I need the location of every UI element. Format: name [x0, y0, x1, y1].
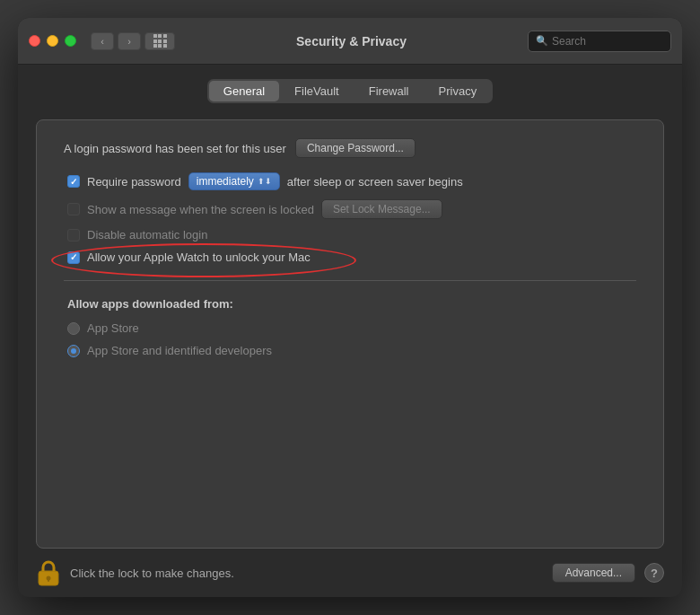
nav-buttons: ‹ › [91, 32, 141, 50]
main-window: ‹ › Security & Privacy 🔍 General FileVau… [18, 18, 682, 597]
content-area: General FileVault Firewall Privacy A log… [18, 65, 682, 549]
advanced-button[interactable]: Advanced... [552, 563, 635, 583]
apple-watch-label: Allow your Apple Watch to unlock your Ma… [87, 250, 311, 264]
apple-watch-row: Allow your Apple Watch to unlock your Ma… [64, 250, 636, 264]
disable-auto-login-checkbox[interactable] [67, 229, 80, 242]
login-password-label: A login password has been set for this u… [64, 142, 286, 155]
section-divider [64, 280, 636, 281]
back-button[interactable]: ‹ [91, 32, 114, 50]
back-icon: ‹ [101, 36, 104, 47]
allow-apps-label: Allow apps downloaded from: [67, 297, 636, 311]
tab-group: General FileVault Firewall Privacy [207, 79, 493, 103]
window-title: Security & Privacy [175, 34, 528, 48]
grid-view-button[interactable] [144, 32, 175, 50]
maximize-button[interactable] [65, 35, 76, 47]
tab-general[interactable]: General [209, 81, 279, 101]
grid-icon [153, 34, 167, 48]
tab-filevault[interactable]: FileVault [280, 81, 354, 101]
require-password-label: Require password [87, 175, 181, 189]
titlebar: ‹ › Security & Privacy 🔍 [18, 18, 682, 65]
svg-rect-2 [48, 578, 49, 582]
show-message-label: Show a message when the screen is locked [87, 203, 314, 216]
close-button[interactable] [29, 35, 40, 47]
app-store-radio-row: App Store [64, 321, 636, 335]
login-password-row: A login password has been set for this u… [64, 138, 636, 158]
footer: Click the lock to make changes. Advanced… [18, 549, 682, 597]
immediately-value: immediately [197, 175, 254, 188]
immediately-dropdown[interactable]: immediately ⬆⬇ [188, 172, 280, 190]
set-lock-message-button[interactable]: Set Lock Message... [321, 199, 442, 219]
app-store-identified-label: App Store and identified developers [87, 344, 272, 357]
disable-auto-login-label: Disable automatic login [87, 228, 207, 242]
settings-panel: A login password has been set for this u… [36, 119, 664, 549]
traffic-lights [29, 35, 76, 47]
app-store-radio[interactable] [67, 322, 80, 335]
search-box[interactable]: 🔍 [528, 31, 671, 52]
require-password-row: Require password immediately ⬆⬇ after sl… [64, 172, 636, 190]
apple-watch-option-row: Allow your Apple Watch to unlock your Ma… [64, 250, 636, 264]
app-store-identified-radio[interactable] [67, 345, 80, 357]
forward-button[interactable]: › [118, 32, 141, 50]
help-button[interactable]: ? [644, 563, 664, 583]
show-message-row: Show a message when the screen is locked… [64, 199, 636, 219]
help-icon: ? [651, 567, 658, 580]
show-message-checkbox[interactable] [67, 203, 80, 215]
search-icon: 🔍 [536, 35, 548, 47]
after-sleep-label: after sleep or screen saver begins [287, 175, 463, 189]
lock-icon [36, 558, 61, 587]
apple-watch-checkbox[interactable] [67, 251, 80, 264]
tab-firewall[interactable]: Firewall [354, 81, 424, 101]
disable-auto-login-row: Disable automatic login [64, 228, 636, 242]
minimize-button[interactable] [47, 35, 58, 47]
app-store-label: App Store [87, 321, 139, 335]
search-input[interactable] [552, 35, 663, 48]
require-password-checkbox[interactable] [67, 175, 80, 188]
change-password-button[interactable]: Change Password... [295, 138, 416, 158]
app-store-identified-radio-row: App Store and identified developers [64, 344, 636, 357]
forward-icon: › [127, 36, 131, 47]
tab-privacy[interactable]: Privacy [424, 81, 492, 101]
tab-bar: General FileVault Firewall Privacy [36, 79, 664, 103]
dropdown-arrow-icon: ⬆⬇ [258, 177, 272, 186]
lock-label: Click the lock to make changes. [70, 567, 552, 580]
